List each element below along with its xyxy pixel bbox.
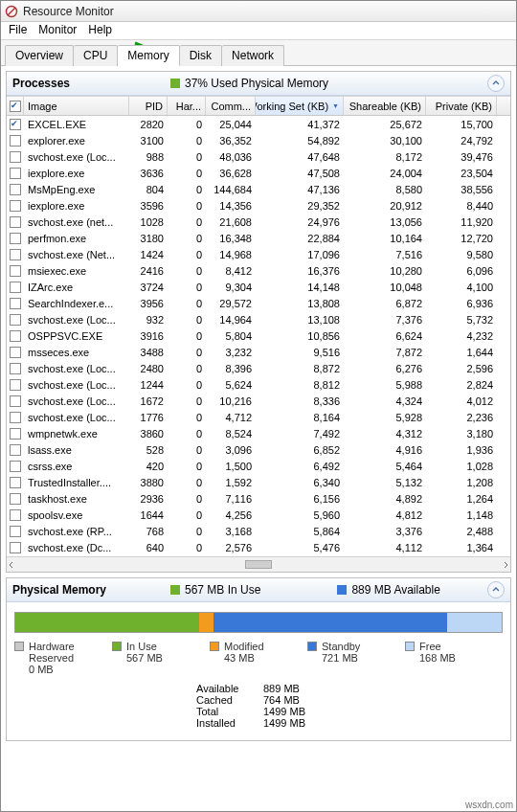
cell-private: 3,180 xyxy=(426,428,497,440)
scroll-thumb[interactable] xyxy=(245,560,272,569)
cell-pid: 804 xyxy=(129,184,168,195)
legend-stb-val: 721 MB xyxy=(322,652,360,664)
col-check[interactable] xyxy=(7,97,24,115)
cell-private: 2,596 xyxy=(426,363,497,374)
scroll-left-icon[interactable] xyxy=(7,560,16,570)
row-checkbox[interactable] xyxy=(10,314,21,326)
table-body[interactable]: EXCEL.EXE2820025,04441,37225,67215,700ex… xyxy=(7,116,510,556)
cell-pid: 1028 xyxy=(129,216,168,228)
table-row[interactable]: TrustedInstaller....388001,5926,3405,132… xyxy=(7,474,510,490)
row-checkbox[interactable] xyxy=(10,184,21,195)
table-row[interactable]: csrss.exe42001,5006,4925,4641,028 xyxy=(7,458,510,474)
cell-image: svchost.exe (net... xyxy=(24,216,129,228)
col-shareable[interactable]: Shareable (KB) xyxy=(344,97,426,115)
legend-free-val: 168 MB xyxy=(419,652,456,664)
menubar: File Monitor Help xyxy=(1,22,516,40)
table-row[interactable]: msiexec.exe241608,41216,37610,2806,096 xyxy=(7,262,510,279)
row-checkbox[interactable] xyxy=(10,526,21,537)
checkbox-all[interactable] xyxy=(10,101,21,112)
legend-hw-val: 0 MB xyxy=(29,664,112,675)
table-row[interactable]: svchost.exe (Net...1424014,96817,0967,51… xyxy=(7,246,510,262)
table-row[interactable]: svchost.exe (Loc...248008,3968,8726,2762… xyxy=(7,360,510,376)
cell-image: wmpnetwk.exe xyxy=(24,428,129,440)
row-checkbox[interactable] xyxy=(10,233,21,244)
table-row[interactable]: svchost.exe (Loc...124405,6248,8125,9882… xyxy=(7,376,510,393)
table-row[interactable]: services.exe51203,3365,2523,0282,224 xyxy=(7,555,510,556)
collapse-icon-2[interactable] xyxy=(487,581,505,598)
table-row[interactable]: perfmon.exe3180016,34822,88410,16412,720 xyxy=(7,230,510,246)
row-checkbox[interactable] xyxy=(10,509,21,521)
tab-cpu[interactable]: CPU xyxy=(74,45,118,66)
cell-shareable: 10,280 xyxy=(344,265,426,277)
col-commit[interactable]: Comm... xyxy=(206,97,256,115)
row-checkbox[interactable] xyxy=(10,168,21,179)
stat-installed-l: Installed xyxy=(196,717,263,729)
menu-file[interactable]: File xyxy=(9,23,27,36)
table-row[interactable]: svchost.exe (Loc...177604,7128,1645,9282… xyxy=(7,409,510,425)
table-row[interactable]: svchost.exe (RP...76803,1685,8643,3762,4… xyxy=(7,523,510,539)
tab-network[interactable]: Network xyxy=(222,45,284,66)
row-checkbox[interactable] xyxy=(10,200,21,212)
table-row[interactable]: msseces.exe348803,2329,5167,8721,644 xyxy=(7,344,510,360)
col-private[interactable]: Private (KB) xyxy=(426,97,497,115)
table-row[interactable]: taskhost.exe293607,1166,1564,8921,264 xyxy=(7,490,510,507)
row-checkbox[interactable] xyxy=(10,135,21,147)
row-checkbox[interactable] xyxy=(10,444,21,456)
physical-header[interactable]: Physical Memory 567 MB In Use 889 MB Ava… xyxy=(7,578,510,602)
collapse-icon[interactable] xyxy=(487,75,505,92)
cell-private: 4,232 xyxy=(426,330,497,342)
table-row[interactable]: svchost.exe (Loc...1672010,2168,3364,324… xyxy=(7,393,510,409)
tab-memory[interactable]: Memory xyxy=(118,45,179,66)
avail-chip-icon xyxy=(337,585,347,595)
menu-help[interactable]: Help xyxy=(88,23,112,36)
table-row[interactable]: spoolsv.exe164404,2565,9604,8121,148 xyxy=(7,507,510,523)
table-row[interactable]: svchost.exe (net...1028021,60824,97613,0… xyxy=(7,214,510,230)
row-checkbox[interactable] xyxy=(10,379,21,391)
menu-monitor[interactable]: Monitor xyxy=(38,23,77,36)
row-checkbox[interactable] xyxy=(10,542,21,553)
row-checkbox[interactable] xyxy=(10,347,21,358)
table-row[interactable]: lsass.exe52803,0966,8524,9161,936 xyxy=(7,441,510,458)
table-row[interactable]: MsMpEng.exe8040144,68447,1368,58038,556 xyxy=(7,181,510,197)
row-checkbox[interactable] xyxy=(10,428,21,440)
table-row[interactable]: svchost.exe (Dc...64002,5765,4764,1121,3… xyxy=(7,539,510,555)
row-checkbox[interactable] xyxy=(10,249,21,260)
cell-image: IZArc.exe xyxy=(24,282,129,293)
row-checkbox[interactable] xyxy=(10,363,21,374)
table-row[interactable]: svchost.exe (Loc...932014,96413,1087,376… xyxy=(7,311,510,327)
col-image[interactable]: Image xyxy=(24,97,129,115)
hscrollbar[interactable] xyxy=(7,556,510,572)
table-row[interactable]: svchost.exe (Loc...988048,03647,6488,172… xyxy=(7,148,510,165)
table-row[interactable]: EXCEL.EXE2820025,04441,37225,67215,700 xyxy=(7,116,510,132)
row-checkbox[interactable] xyxy=(10,282,21,293)
table-row[interactable]: explorer.exe3100036,35254,89230,10024,79… xyxy=(7,132,510,148)
row-checkbox[interactable] xyxy=(10,216,21,228)
table-row[interactable]: SearchIndexer.e...3956029,57213,8086,872… xyxy=(7,295,510,311)
row-checkbox[interactable] xyxy=(10,298,21,309)
table-row[interactable]: iexplore.exe3596014,35629,35220,9128,440 xyxy=(7,197,510,214)
row-checkbox[interactable] xyxy=(10,395,21,407)
table-row[interactable]: iexplore.exe3636036,62847,50824,00423,50… xyxy=(7,165,510,181)
tab-overview[interactable]: Overview xyxy=(5,45,74,66)
row-checkbox[interactable] xyxy=(10,412,21,423)
scroll-right-icon[interactable] xyxy=(501,560,510,570)
cell-hard: 0 xyxy=(168,461,206,472)
row-checkbox[interactable] xyxy=(10,477,21,488)
cell-private: 8,440 xyxy=(426,200,497,212)
col-working[interactable]: Working Set (KB)▼ xyxy=(256,97,344,115)
cell-private: 12,720 xyxy=(426,233,497,244)
row-checkbox[interactable] xyxy=(10,265,21,277)
row-checkbox[interactable] xyxy=(10,151,21,163)
row-checkbox[interactable] xyxy=(10,493,21,505)
table-row[interactable]: IZArc.exe372409,30414,14810,0484,100 xyxy=(7,279,510,295)
tab-disk[interactable]: Disk xyxy=(180,45,222,66)
col-hard[interactable]: Har... xyxy=(168,97,206,115)
col-pid[interactable]: PID xyxy=(129,97,168,115)
processes-header[interactable]: Processes 37% Used Physical Memory xyxy=(7,72,510,96)
row-checkbox[interactable] xyxy=(10,119,21,130)
table-row[interactable]: OSPPSVC.EXE391605,80410,8566,6244,232 xyxy=(7,327,510,344)
row-checkbox[interactable] xyxy=(10,330,21,342)
table-row[interactable]: wmpnetwk.exe386008,5247,4924,3123,180 xyxy=(7,425,510,441)
row-checkbox[interactable] xyxy=(10,461,21,472)
cell-shareable: 4,916 xyxy=(344,444,426,456)
